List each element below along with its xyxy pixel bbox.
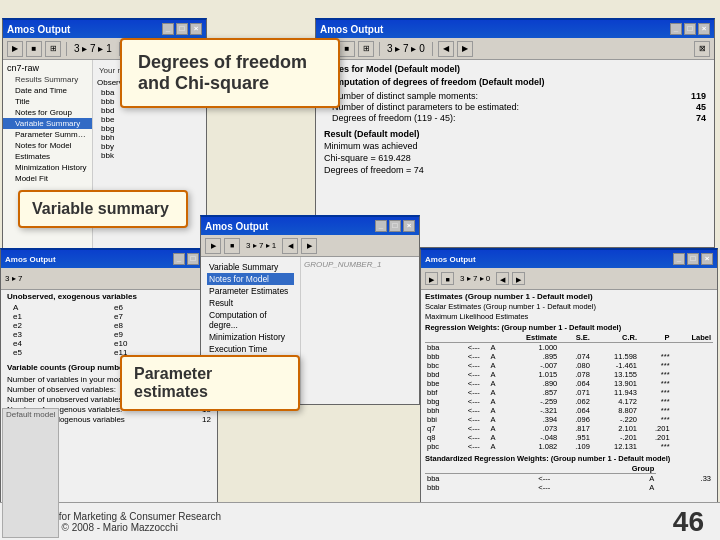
reg-title: Regression Weights: (Group number 1 - De… [425, 323, 713, 332]
nav-item-minim-hist[interactable]: Minimization History [3, 162, 92, 173]
table-row: bbb<---A.895.07411.598*** [425, 352, 713, 361]
toolbar-btn-3[interactable]: ⊞ [45, 41, 61, 57]
var-e1: e1 [13, 312, 110, 321]
page-number: 46 [673, 506, 704, 538]
toolbar-btn-1[interactable]: ▶ [7, 41, 23, 57]
col-estimate: Estimate [498, 333, 560, 343]
rb-btn3[interactable]: ◀ [496, 272, 509, 285]
rtop-btn3[interactable]: ⊞ [358, 41, 374, 57]
max-btn-rt[interactable]: □ [684, 23, 696, 35]
middle-right-panel: GROUP_NUMBER_1 [301, 257, 419, 404]
col-label: Label [672, 333, 713, 343]
lb-min[interactable]: _ [173, 253, 185, 265]
degrees-subtitle: and Chi-square [138, 73, 322, 94]
parameter-estimates-callout: Parameter estimates [120, 355, 300, 411]
mid-nav-computation[interactable]: Computation of degre... [207, 309, 294, 331]
nav-item-title[interactable]: Title [3, 96, 92, 107]
rb-btn4[interactable]: ▶ [512, 272, 525, 285]
amos-middle-toolbar: ▶ ■ 3 ▸ 7 ▸ 1 ◀ ▶ [201, 235, 419, 257]
col-arrow [454, 333, 482, 343]
amos-lb-titlebar: Amos Output _ □ × [1, 250, 217, 268]
toolbar-numbers: 3 ▸ 7 ▸ 1 [72, 43, 114, 54]
nav-item-results[interactable]: Results Summary [3, 74, 92, 85]
close-btn-rt[interactable]: × [698, 23, 710, 35]
nav-item-param-summary[interactable]: Parameter Summary [3, 129, 92, 140]
close-button[interactable]: × [190, 23, 202, 35]
nav-item-variable-sum[interactable]: Variable Summary [3, 118, 92, 129]
count-lbl-2: Number of observed variables: [7, 385, 116, 394]
min-btn-rt[interactable]: _ [670, 23, 682, 35]
nav-item-date-time[interactable]: Date and Time [3, 85, 92, 96]
amos-lb-title: Amos Output [5, 255, 56, 264]
nav-item-notes-group[interactable]: Notes for Group [3, 107, 92, 118]
close-btn-mid[interactable]: × [403, 220, 415, 232]
amos-rb-titlebar: Amos Output _ □ × [421, 250, 717, 268]
stat-label-3: Degrees of freedom (119 - 45): [332, 113, 456, 123]
std-col-from [425, 464, 490, 474]
amos-middle-title: Amos Output [205, 221, 268, 232]
table-row: bbg<---A-.259.0624.172*** [425, 397, 713, 406]
lb-unobserved-title: Unobserved, exogenous variables [7, 292, 211, 301]
mid-btn3[interactable]: ◀ [282, 238, 298, 254]
var-A: A [13, 303, 110, 312]
mid-btn4[interactable]: ▶ [301, 238, 317, 254]
mid-nav-variable[interactable]: Variable Summary [207, 261, 294, 273]
nav-item-notes-model[interactable]: Notes for Model [3, 140, 92, 151]
count-val-5: 12 [202, 415, 211, 424]
mid-nums: 3 ▸ 7 ▸ 1 [243, 241, 279, 250]
stat-row-1: Number of distinct sample moments: 119 [332, 91, 706, 101]
stat-row-2: Number of distinct parameters to be esti… [332, 102, 706, 112]
rb-max[interactable]: □ [687, 253, 699, 265]
rb-close[interactable]: × [701, 253, 713, 265]
amos-right-top-titlebar: Amos Output _ □ × [316, 20, 714, 38]
mid-btn1[interactable]: ▶ [205, 238, 221, 254]
rtop-btn2[interactable]: ■ [339, 41, 355, 57]
std-estimates-table: Group bba<---A.33 bbb<---A [425, 464, 713, 492]
std-table-row: bbb<---A [425, 483, 713, 492]
table-row: bbf<---A.857.07111.943*** [425, 388, 713, 397]
table-row: bbi<---A.394.096-.220*** [425, 415, 713, 424]
amos-left-titlebar: Amos Output _ □ × [3, 20, 206, 38]
lb-max[interactable]: □ [187, 253, 199, 265]
rb-btn2[interactable]: ■ [441, 272, 454, 285]
est-main-title: Estimates (Group number 1 - Default mode… [425, 292, 713, 301]
nav-item-estimates[interactable]: Estimates [3, 151, 92, 162]
mid-nav-minim[interactable]: Minimization History [207, 331, 294, 343]
amos-right-top-title: Amos Output [320, 24, 383, 35]
max-btn-mid[interactable]: □ [389, 220, 401, 232]
est-header-row: Estimate S.E. C.R. P Label [425, 333, 713, 343]
amos-left-title: Amos Output [7, 24, 70, 35]
std-col-group: Group [552, 464, 656, 474]
maximize-button[interactable]: □ [176, 23, 188, 35]
mid-btn2[interactable]: ■ [224, 238, 240, 254]
mid-nav-param-est[interactable]: Parameter Estimates [207, 285, 294, 297]
std-col-arrow [490, 464, 552, 474]
estimates-table: Estimate S.E. C.R. P Label bba<---A1.000… [425, 333, 713, 451]
mid-nav-exec[interactable]: Execution Time [207, 343, 294, 355]
rb-btn1[interactable]: ▶ [425, 272, 438, 285]
var-e6: e6 [114, 303, 211, 312]
nav-item-variable-summary[interactable]: cn7-raw [3, 62, 92, 74]
rb-min[interactable]: _ [673, 253, 685, 265]
minimize-button[interactable]: _ [162, 23, 174, 35]
stat-val-1: 119 [691, 91, 706, 101]
toolbar-btn-2[interactable]: ■ [26, 41, 42, 57]
table-row: pbc<---A1.082.10912.131*** [425, 442, 713, 451]
rtop-btn6[interactable]: ⊠ [694, 41, 710, 57]
table-row: q8<---A-.048.951-.201.201 [425, 433, 713, 442]
amos-right-bottom-window: Amos Output _ □ × ▶ ■ 3 ▸ 7 ▸ 0 ◀ ▶ Esti… [420, 248, 718, 528]
count-lbl-1: Number of variables in your model: [7, 375, 131, 384]
nav-item-model-fit[interactable]: Model Fit [3, 173, 92, 184]
stat-label-1: Number of distinct sample moments: [332, 91, 478, 101]
middle-content-placeholder: GROUP_NUMBER_1 [304, 260, 416, 269]
lb-toolbar: 3 ▸ 7 [1, 268, 217, 290]
rtop-btn4[interactable]: ◀ [438, 41, 454, 57]
df-val: Degrees of freedom = 74 [324, 165, 706, 175]
variable-summary-label: Variable summary [32, 200, 174, 218]
rtop-btn5[interactable]: ▶ [457, 41, 473, 57]
min-btn-mid[interactable]: _ [375, 220, 387, 232]
mid-nav-notes[interactable]: Notes for Model [207, 273, 294, 285]
stat-label-2: Number of distinct parameters to be esti… [332, 102, 519, 112]
stats-list: Number of distinct sample moments: 119 N… [332, 91, 706, 123]
mid-nav-result[interactable]: Result [207, 297, 294, 309]
